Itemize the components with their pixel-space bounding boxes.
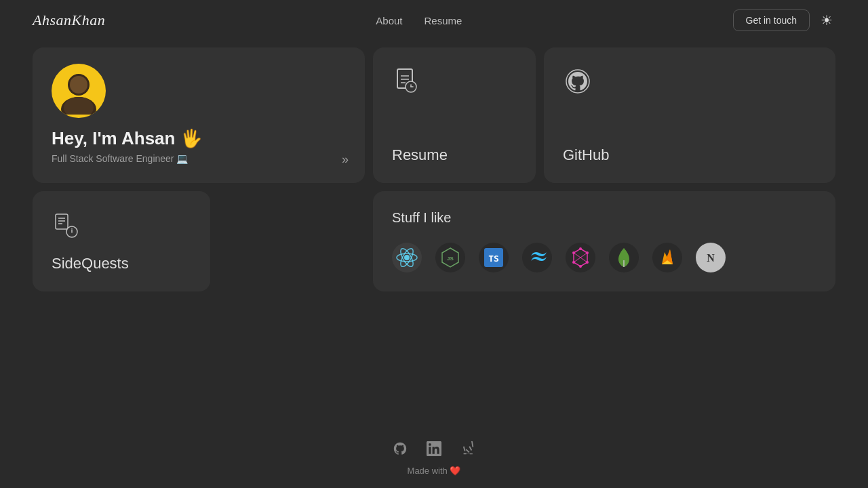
- typescript-icon: TS: [479, 243, 509, 272]
- main-grid: Hey, I'm Ahsan 🖐 Full Stack Software Eng…: [0, 41, 868, 305]
- linkedin-footer-icon[interactable]: [427, 441, 441, 460]
- footer-made-with: Made with ❤️: [408, 466, 461, 476]
- footer-icons: [393, 441, 475, 460]
- svg-text:JS: JS: [447, 256, 454, 262]
- svg-point-29: [579, 247, 582, 250]
- github-label: GitHub: [563, 146, 816, 164]
- navbar: AhsanKhan About Resume Get in touch ☀: [0, 0, 868, 41]
- footer: Made with ❤️: [0, 441, 868, 488]
- stuff-title: Stuff I like: [392, 210, 816, 226]
- theme-toggle-button[interactable]: ☀: [818, 9, 835, 31]
- svg-rect-13: [56, 214, 68, 229]
- resume-label: Resume: [392, 146, 517, 164]
- tech-icons-row: JS TS: [392, 243, 816, 272]
- sidequests-label: SideQuests: [52, 255, 191, 272]
- resume-icon: [392, 66, 517, 102]
- nav-right: Get in touch ☀: [733, 9, 836, 31]
- svg-point-2: [70, 76, 87, 94]
- github-card[interactable]: GitHub: [544, 47, 835, 183]
- firebase-icon: [652, 243, 682, 272]
- github-footer-icon[interactable]: [393, 441, 408, 460]
- mongodb-icon: [609, 243, 639, 272]
- svg-text:N: N: [707, 252, 715, 264]
- github-icon: [563, 66, 816, 102]
- notion-icon: N: [696, 243, 726, 272]
- resume-card[interactable]: Resume: [373, 47, 536, 183]
- hero-arrow-icon: »: [342, 152, 349, 167]
- svg-point-20: [404, 255, 410, 260]
- graphql-icon: [566, 243, 595, 272]
- heart-icon: ❤️: [450, 466, 460, 476]
- hero-card[interactable]: Hey, I'm Ahsan 🖐 Full Stack Software Eng…: [33, 47, 365, 183]
- sidequests-card[interactable]: SideQuests: [33, 191, 210, 291]
- nav-links: About Resume: [376, 15, 462, 26]
- hero-subtitle: Full Stack Software Engineer 💻: [52, 153, 346, 164]
- get-in-touch-button[interactable]: Get in touch: [733, 9, 810, 31]
- about-link[interactable]: About: [376, 15, 402, 26]
- sidequests-icon: [52, 210, 191, 246]
- stackoverflow-footer-icon[interactable]: [460, 441, 475, 460]
- hero-title: Hey, I'm Ahsan 🖐: [52, 128, 346, 149]
- avatar: [52, 64, 106, 118]
- svg-point-19: [71, 228, 73, 229]
- resume-link[interactable]: Resume: [425, 15, 462, 26]
- react-icon: [392, 243, 422, 272]
- svg-text:TS: TS: [488, 253, 499, 264]
- nodejs-icon: JS: [435, 243, 465, 272]
- tailwind-icon: [522, 243, 552, 272]
- site-logo[interactable]: AhsanKhan: [33, 12, 105, 29]
- svg-point-32: [579, 265, 582, 268]
- stuff-card[interactable]: Stuff I like JS: [373, 191, 835, 291]
